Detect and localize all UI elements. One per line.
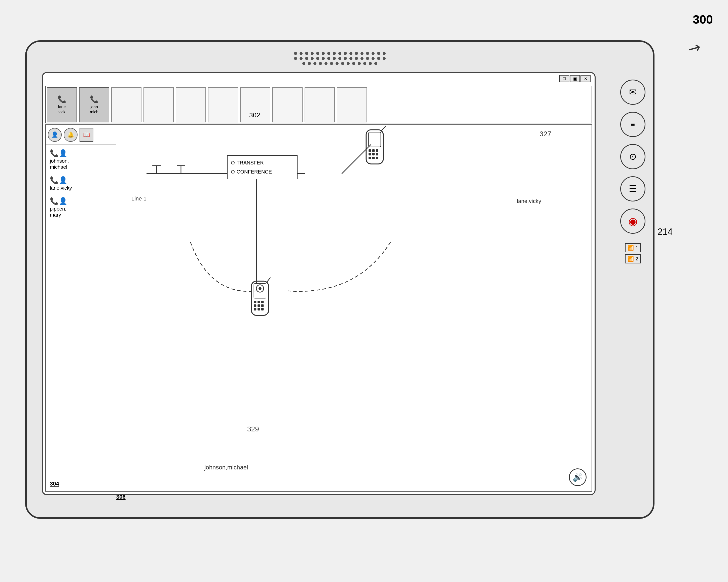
svg-rect-9 [376,149,378,152]
maximize-button[interactable]: ▣ [570,75,580,82]
svg-rect-19 [254,301,257,303]
figure-arrow: ↙ [684,38,704,60]
contact-name-johnson: johnson,michael [50,158,69,170]
svg-rect-27 [261,308,264,310]
svg-point-29 [259,287,262,290]
icon-row: 👤 🔔 📖 [46,125,116,145]
contact-johnson-michael[interactable]: 📞👤 johnson,michael [50,149,112,170]
svg-rect-25 [254,308,257,310]
contact-name-lane: lane,vicky [50,185,72,191]
empty-call-btn-6[interactable] [272,87,303,122]
stack-button[interactable]: ≡ [620,112,645,137]
transfer-conference-popup: TRANSFER CONFERENCE [227,155,297,179]
close-button[interactable]: ✕ [580,75,591,82]
figure-number: 300 [693,12,713,26]
lane-vicky-label: lane,vicky [517,198,541,204]
empty-call-btn-7[interactable] [305,87,335,122]
call-buttons-bar: 📞 lanevick 📞 johnmich [45,85,592,123]
person-icon-button[interactable]: 👤 [48,128,62,142]
list-button[interactable]: ☰ [620,176,645,201]
call-button-john-mich[interactable]: 📞 johnmich [79,87,109,122]
svg-rect-24 [261,304,264,307]
contact-name-pippen: pippen,mary [50,206,67,218]
call-button-label-1: lanevick [58,104,66,114]
window-controls: □ ▣ ✕ [560,75,591,82]
conference-label: CONFERENCE [237,167,272,176]
call-button-lane-vick[interactable]: 📞 lanevick [47,87,77,122]
contact-icon-johnson: 📞👤 [50,149,68,157]
contact-icon-pippen: 📞👤 [50,197,68,205]
transfer-option[interactable]: TRANSFER [231,158,293,167]
mail-icon: ✉ [629,87,636,98]
annotation-214: 214 [657,227,673,237]
contact-icon-lane: 📞👤 [50,176,68,184]
empty-call-btn-8[interactable] [337,87,367,122]
annotation-329: 329 [247,425,259,433]
line-1-number: 1 [635,245,638,251]
annotation-302: 302 [249,111,260,119]
screen-content: 📞 lanevick 📞 johnmich [45,85,592,491]
svg-rect-11 [372,153,375,155]
settings-button[interactable]: ⊙ [620,144,645,169]
minimize-button[interactable]: □ [560,75,569,82]
svg-rect-15 [376,157,378,159]
svg-rect-10 [368,153,371,155]
call-button-label-2: johnmich [90,104,98,114]
annotation-327: 327 [540,130,551,138]
empty-call-buttons [110,86,592,123]
svg-line-4 [342,145,371,174]
antenna-icon-1: 📶 [628,245,634,251]
right-sidebar: ✉ ≡ ⊙ ☰ ◉ 📶 1 📶 2 [620,80,645,263]
contact-pippen-mary[interactable]: 📞👤 pippen,mary [50,197,112,218]
call-display: ⊤ ⊤ [116,125,592,491]
svg-text:⊤: ⊤ [176,163,186,176]
notification-icon-button[interactable]: 🔔 [64,128,78,142]
empty-call-btn-3[interactable] [176,87,206,122]
speaker-icon: 🔊 [569,469,587,486]
svg-rect-5 [366,130,383,164]
line-2-control[interactable]: 📶 2 [625,254,641,263]
line-1-control[interactable]: 📶 1 [625,243,641,252]
svg-text:⊤: ⊤ [151,163,162,176]
main-area: 👤 🔔 📖 📞👤 johnson,michael 📞👤 lane,vicky [45,124,592,491]
svg-rect-12 [376,153,378,155]
conference-option[interactable]: CONFERENCE [231,167,293,176]
contact-lane-vicky[interactable]: 📞👤 lane,vicky [50,176,112,191]
mail-button[interactable]: ✉ [620,80,645,105]
empty-call-btn-4[interactable] [208,87,238,122]
settings-icon: ⊙ [629,151,636,162]
svg-rect-18 [254,284,266,298]
svg-rect-22 [254,304,257,307]
list-icon: ☰ [629,184,637,194]
svg-rect-13 [368,157,371,159]
svg-rect-14 [372,157,375,159]
call-icon-1: 📞 [58,95,67,103]
speaker-grille [294,52,386,65]
line-controls: 📶 1 📶 2 [625,243,641,263]
book-icon-button[interactable]: 📖 [80,128,94,142]
contacts-list: 📞👤 johnson,michael 📞👤 lane,vicky 📞👤 pipp… [46,145,116,491]
panel-label-304: 304 [50,481,112,487]
svg-rect-20 [258,301,260,303]
transfer-radio[interactable] [231,161,235,165]
empty-call-btn-2[interactable] [144,87,174,122]
svg-line-30 [266,278,270,282]
record-icon: ◉ [628,215,638,227]
panel-label-306: 306 [116,494,126,500]
line-1-label: Line 1 [131,196,147,202]
empty-call-btn-1[interactable] [111,87,141,122]
record-button[interactable]: ◉ [620,208,645,234]
svg-rect-21 [261,301,264,303]
svg-rect-6 [368,132,381,147]
line-2-number: 2 [635,256,638,262]
connection-diagram: ⊤ ⊤ [116,125,592,491]
transfer-label: TRANSFER [237,158,264,167]
antenna-icon-2: 📶 [628,256,634,262]
svg-rect-26 [258,308,260,310]
svg-line-16 [381,126,386,131]
conference-radio[interactable] [231,170,235,174]
left-panel: 👤 🔔 📖 📞👤 johnson,michael 📞👤 lane,vicky [46,125,116,491]
svg-rect-17 [252,281,268,315]
svg-rect-8 [372,149,375,152]
screen: □ ▣ ✕ 📞 lanevick 📞 johnmich [42,72,596,495]
